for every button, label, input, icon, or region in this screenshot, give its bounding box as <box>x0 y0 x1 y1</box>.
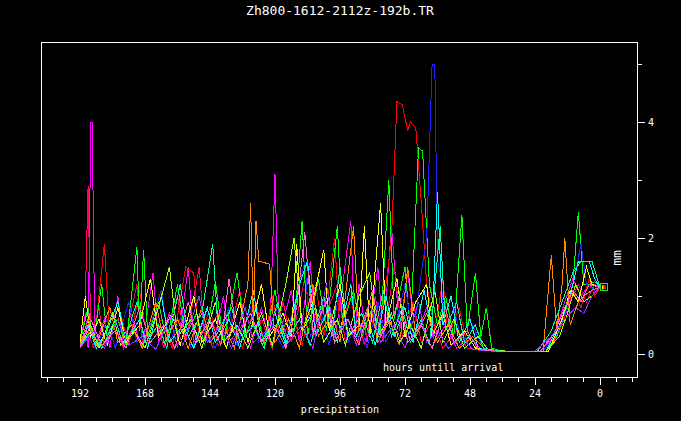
x-axis-tick-label: 24 <box>529 388 541 399</box>
y-axis-tick-label: 0 <box>648 349 654 360</box>
series-line-member-04 <box>80 148 600 351</box>
x-axis-tick-label: 72 <box>399 388 411 399</box>
y-axis-tick-label: 2 <box>648 233 654 244</box>
x-axis-tick-label: 0 <box>597 388 603 399</box>
x-axis-tick-label: 96 <box>334 388 346 399</box>
x-axis: 192168144120967248240 <box>48 378 633 399</box>
y-axis: 024 <box>638 64 654 360</box>
x-axis-tick-label: 48 <box>464 388 476 399</box>
x-axis-tick-label: 168 <box>136 388 154 399</box>
end-marker-accent <box>602 285 604 289</box>
ensemble-series <box>80 64 600 351</box>
annotation-hours-until-arrival: hours untill arrival <box>383 362 503 373</box>
x-axis-label: precipitation <box>301 404 379 415</box>
y-axis-tick-label: 4 <box>648 117 654 128</box>
precipitation-plume-chart: 192168144120967248240 024 Zh800-1612-211… <box>0 0 681 421</box>
end-marker <box>601 284 608 291</box>
x-axis-tick-label: 120 <box>266 388 284 399</box>
x-axis-tick-label: 192 <box>71 388 89 399</box>
series-line-member-01 <box>80 122 600 351</box>
y-axis-label: mm <box>609 250 624 266</box>
x-axis-tick-label: 144 <box>201 388 219 399</box>
chart-title: Zh800-1612-2112z-192b.TR <box>246 3 434 18</box>
